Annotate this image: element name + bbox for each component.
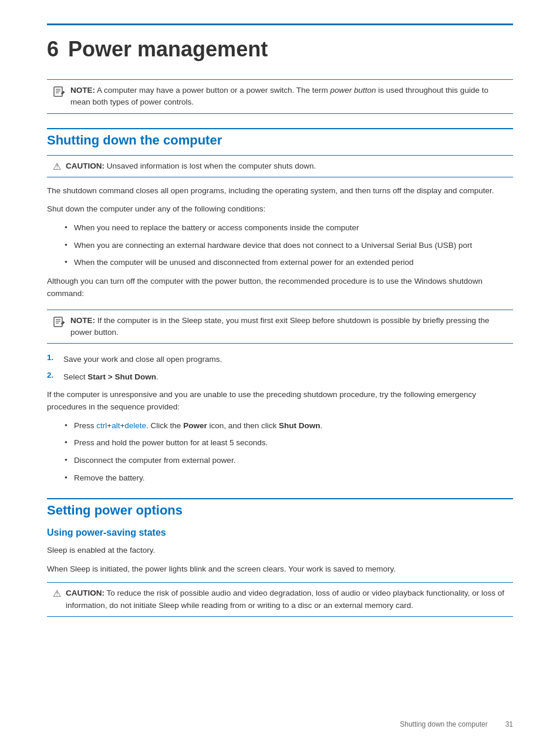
body-para-1: The shutdown command closes all open pro… — [47, 184, 513, 197]
step-text-2: Select Start > Shut Down. — [63, 371, 158, 384]
section-title-1: Shutting down the computer — [47, 128, 513, 148]
note-content-2: NOTE: If the computer is in the Sleep st… — [70, 315, 507, 339]
list-item: When you need to replace the battery or … — [65, 221, 513, 234]
top-rule — [47, 23, 513, 25]
caution-content-2: CAUTION: To reduce the risk of possible … — [66, 587, 507, 611]
list-item: Disconnect the computer from external po… — [65, 454, 513, 467]
note-label-1: NOTE: — [70, 86, 95, 95]
caution-icon-1: ⚠ — [53, 161, 61, 172]
svg-rect-0 — [54, 87, 62, 96]
page-footer: Shutting down the computer 31 — [400, 720, 513, 728]
note-content-1: NOTE: A computer may have a power button… — [70, 85, 507, 109]
caution-box-1: ⚠ CAUTION: Unsaved information is lost w… — [47, 155, 513, 177]
footer-page-number: 31 — [505, 720, 513, 728]
bullet-list-2: Press ctrl+alt+delete. Click the Power i… — [65, 419, 513, 484]
footer-section-name: Shutting down the computer — [400, 720, 487, 728]
body-para-6: When Sleep is initiated, the power light… — [47, 563, 513, 576]
caution-label-2: CAUTION: — [66, 589, 104, 597]
note-box-1: NOTE: A computer may have a power button… — [47, 79, 513, 114]
list-item: When you are connecting an external hard… — [65, 239, 513, 252]
list-item: Press and hold the power button for at l… — [65, 436, 513, 449]
step-item-2: 2. Select Start > Shut Down. — [47, 371, 513, 384]
list-item: Remove the battery. — [65, 472, 513, 485]
ctrl-link[interactable]: ctrl — [96, 421, 107, 430]
alt-link[interactable]: alt — [112, 421, 120, 430]
list-item: When the computer will be unused and dis… — [65, 256, 513, 269]
body-para-3: Although you can turn off the computer w… — [47, 275, 513, 300]
section-title-2: Setting power options — [47, 498, 513, 518]
note-label-2: NOTE: — [70, 316, 95, 325]
chapter-title: 6Power management — [47, 37, 513, 62]
svg-rect-4 — [54, 317, 62, 327]
delete-link[interactable]: delete — [124, 421, 146, 430]
note-text-2: If the computer is in the Sleep state, y… — [70, 316, 490, 337]
body-para-2: Shut down the computer under any of the … — [47, 203, 513, 216]
note-icon-2 — [53, 315, 66, 331]
step-number-2: 2. — [47, 371, 59, 384]
caution-icon-2: ⚠ — [53, 588, 61, 599]
chapter-title-text: Power management — [68, 37, 268, 61]
bold-text-start-shutdown: Start > Shut Down — [87, 372, 156, 381]
step-item-1: 1. Save your work and close all open pro… — [47, 353, 513, 366]
caution-label-1: CAUTION: — [66, 162, 104, 170]
chapter-number: 6 — [47, 37, 59, 61]
body-para-5: Sleep is enabled at the factory. — [47, 544, 513, 557]
body-para-4: If the computer is unresponsive and you … — [47, 388, 513, 414]
list-item: Press ctrl+alt+delete. Click the Power i… — [65, 419, 513, 432]
note-text-1: A computer may have a power button or a … — [70, 86, 488, 106]
bullet-list-1: When you need to replace the battery or … — [65, 221, 513, 269]
step-number-1: 1. — [47, 353, 59, 366]
note-box-2: NOTE: If the computer is in the Sleep st… — [47, 310, 513, 344]
note-icon-1 — [53, 85, 66, 101]
step-text-1: Save your work and close all open progra… — [63, 353, 222, 366]
subsection-title-1: Using power-saving states — [47, 527, 513, 538]
caution-text-2: To reduce the risk of possible audio and… — [66, 589, 504, 609]
caution-text-1: Unsaved information is lost when the com… — [107, 162, 316, 170]
caution-content-1: CAUTION: Unsaved information is lost whe… — [66, 160, 316, 172]
caution-box-2: ⚠ CAUTION: To reduce the risk of possibl… — [47, 582, 513, 617]
